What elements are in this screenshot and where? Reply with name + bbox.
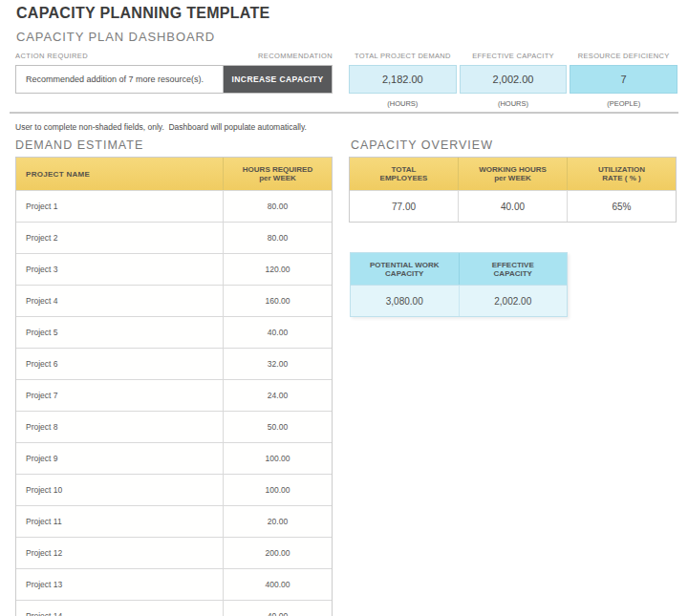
column-header-project-name: PROJECT NAME bbox=[16, 158, 223, 190]
effective-capacity-value: 2,002.00 bbox=[460, 65, 568, 94]
working-hours-value[interactable]: 40.00 bbox=[458, 191, 567, 222]
potential-work-capacity-value: 3,080.00 bbox=[351, 286, 459, 316]
hours-required-cell[interactable]: 120.00 bbox=[223, 254, 332, 285]
column-header-total-employees: TOTAL EMPLOYEES bbox=[350, 158, 458, 190]
project-name-cell[interactable]: Project 14 bbox=[16, 601, 223, 616]
utilization-rate-value[interactable]: 65% bbox=[567, 191, 676, 222]
table-row: Project 6 32.00 bbox=[16, 348, 332, 379]
table-row: Project 3 120.00 bbox=[16, 253, 332, 285]
project-name-cell[interactable]: Project 11 bbox=[16, 506, 223, 537]
action-message-cell: Recommended addition of 7 more resource(… bbox=[16, 66, 224, 93]
capacity-planning-page: CAPACITY PLANNING TEMPLATE CAPACITY PLAN… bbox=[0, 0, 688, 616]
dashboard-subtitle: CAPACITY PLAN DASHBOARD bbox=[16, 30, 215, 44]
project-name-cell[interactable]: Project 13 bbox=[16, 569, 223, 600]
table-row: Project 9 100.00 bbox=[16, 442, 332, 474]
capacity-overview-table: TOTAL EMPLOYEES WORKING HOURS per WEEK U… bbox=[349, 157, 677, 223]
instruction-note: User to complete non-shaded fields, only… bbox=[15, 122, 307, 132]
metric-total-project-demand: TOTAL PROJECT DEMAND 2,182.00 (HOURS) bbox=[349, 52, 457, 108]
increase-capacity-button[interactable]: INCREASE CAPACITY bbox=[224, 66, 332, 93]
hours-required-cell[interactable]: 80.00 bbox=[223, 191, 332, 222]
metric-effective-capacity: EFFECTIVE CAPACITY 2,002.00 (HOURS) bbox=[460, 52, 568, 108]
recommendation-label: RECOMMENDATION bbox=[258, 52, 333, 61]
hours-required-cell[interactable]: 24.00 bbox=[223, 380, 332, 411]
total-project-demand-unit: (HOURS) bbox=[349, 99, 457, 108]
hours-required-cell[interactable]: 32.00 bbox=[223, 349, 332, 379]
column-header-potential-work-capacity: POTENTIAL WORK CAPACITY bbox=[351, 253, 459, 285]
hours-required-cell[interactable]: 400.00 bbox=[223, 569, 332, 600]
potential-capacity-table: POTENTIAL WORK CAPACITY EFFECTIVE CAPACI… bbox=[350, 252, 568, 317]
page-title: CAPACITY PLANNING TEMPLATE bbox=[16, 5, 270, 22]
hours-required-cell[interactable]: 200.00 bbox=[223, 538, 332, 568]
table-row: Project 14 40.00 bbox=[16, 600, 332, 616]
effective-capacity-unit: (HOURS) bbox=[460, 99, 568, 108]
hours-required-cell[interactable]: 40.00 bbox=[223, 601, 332, 616]
table-row: Project 10 100.00 bbox=[16, 474, 332, 505]
hours-required-cell[interactable]: 50.00 bbox=[223, 412, 332, 442]
capacity-overview-heading: CAPACITY OVERVIEW bbox=[351, 138, 493, 152]
total-project-demand-label: TOTAL PROJECT DEMAND bbox=[349, 52, 457, 61]
hours-required-cell[interactable]: 100.00 bbox=[223, 443, 332, 474]
resource-deficiency-label: RESOURCE DEFICIENCY bbox=[570, 52, 677, 61]
project-name-cell[interactable]: Project 1 bbox=[16, 191, 223, 222]
table-row: Project 12 200.00 bbox=[16, 537, 332, 568]
project-name-cell[interactable]: Project 4 bbox=[16, 286, 223, 316]
resource-deficiency-value: 7 bbox=[570, 65, 677, 94]
table-row: Project 5 40.00 bbox=[16, 316, 332, 348]
project-name-cell[interactable]: Project 9 bbox=[16, 443, 223, 474]
column-header-effective-capacity: EFFECTIVE CAPACITY bbox=[459, 253, 568, 285]
column-header-working-hours: WORKING HOURS per WEEK bbox=[458, 158, 567, 190]
dashboard-metrics: TOTAL PROJECT DEMAND 2,182.00 (HOURS) EF… bbox=[349, 52, 677, 108]
demand-estimate-heading: DEMAND ESTIMATE bbox=[15, 138, 143, 152]
project-name-cell[interactable]: Project 6 bbox=[16, 349, 223, 379]
demand-estimate-table: PROJECT NAME HOURS REQUIRED per WEEK Pro… bbox=[15, 157, 333, 616]
metric-resource-deficiency: RESOURCE DEFICIENCY 7 (PEOPLE) bbox=[570, 52, 677, 108]
action-required-section: ACTION REQUIRED RECOMMENDATION Recommend… bbox=[15, 52, 333, 94]
table-row: Project 2 80.00 bbox=[16, 222, 332, 253]
hours-required-cell[interactable]: 160.00 bbox=[223, 286, 332, 316]
project-name-cell[interactable]: Project 5 bbox=[16, 317, 223, 348]
total-project-demand-value: 2,182.00 bbox=[349, 65, 457, 94]
capacity-table-header: TOTAL EMPLOYEES WORKING HOURS per WEEK U… bbox=[350, 158, 676, 190]
hours-required-cell[interactable]: 20.00 bbox=[223, 506, 332, 537]
project-name-cell[interactable]: Project 7 bbox=[16, 380, 223, 411]
project-name-cell[interactable]: Project 3 bbox=[16, 254, 223, 285]
table-row: Project 1 80.00 bbox=[16, 190, 332, 222]
project-name-cell[interactable]: Project 12 bbox=[16, 538, 223, 568]
table-row: Project 8 50.00 bbox=[16, 411, 332, 442]
action-required-label: ACTION REQUIRED bbox=[15, 52, 88, 61]
project-name-cell[interactable]: Project 2 bbox=[16, 223, 223, 253]
table-row: Project 4 160.00 bbox=[16, 285, 332, 316]
section-divider bbox=[10, 112, 678, 114]
column-header-hours-required: HOURS REQUIRED per WEEK bbox=[223, 158, 332, 190]
project-name-cell[interactable]: Project 10 bbox=[16, 475, 223, 505]
table-row: Project 11 20.00 bbox=[16, 505, 332, 537]
effective-capacity-label: EFFECTIVE CAPACITY bbox=[460, 52, 568, 61]
table-row: Project 13 400.00 bbox=[16, 568, 332, 600]
resource-deficiency-unit: (PEOPLE) bbox=[570, 99, 677, 108]
hours-required-cell[interactable]: 100.00 bbox=[223, 475, 332, 505]
project-name-cell[interactable]: Project 8 bbox=[16, 412, 223, 442]
column-header-utilization-rate: UTILIZATION RATE ( % ) bbox=[567, 158, 676, 190]
hours-required-cell[interactable]: 80.00 bbox=[223, 223, 332, 253]
demand-table-body: Project 1 80.00 Project 2 80.00 Project … bbox=[16, 190, 332, 616]
total-employees-value[interactable]: 77.00 bbox=[350, 191, 458, 222]
effective-capacity-detail-value: 2,002.00 bbox=[459, 286, 568, 316]
hours-required-cell[interactable]: 40.00 bbox=[223, 317, 332, 348]
demand-table-header: PROJECT NAME HOURS REQUIRED per WEEK bbox=[16, 158, 332, 190]
table-row: Project 7 24.00 bbox=[16, 379, 332, 411]
